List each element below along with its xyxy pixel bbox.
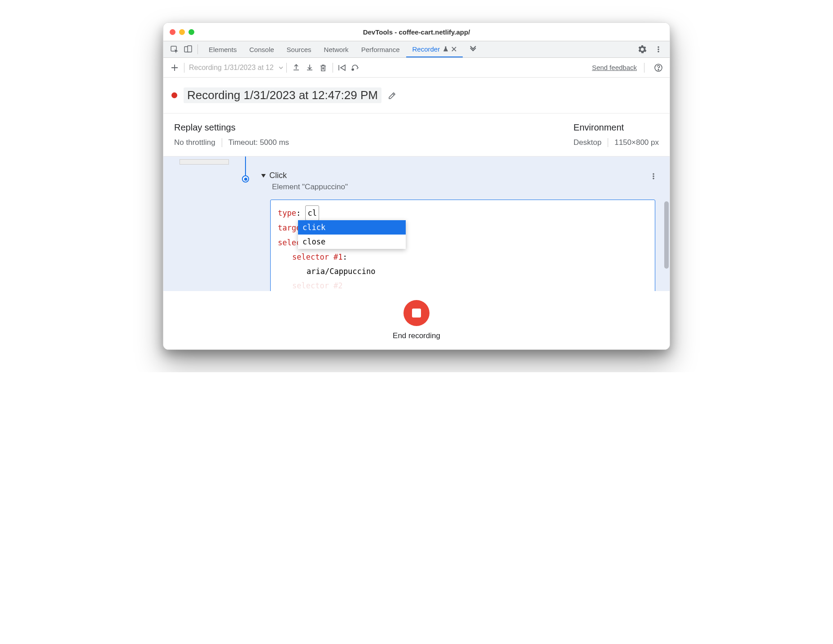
timeout-value[interactable]: Timeout: 5000 ms xyxy=(228,138,289,147)
step-area: Click Element "Cappuccino" type: cl targ… xyxy=(163,157,670,291)
tabs: Elements Console Sources Network Perform… xyxy=(202,41,480,57)
autocomplete-option-close[interactable]: close xyxy=(298,235,406,249)
tab-elements[interactable]: Elements xyxy=(202,41,243,57)
maximize-window[interactable] xyxy=(189,29,194,35)
help-icon[interactable] xyxy=(652,61,665,74)
separator xyxy=(286,63,287,73)
recorder-toolbar: Recording 1/31/2023 at 12 Send feedback xyxy=(163,58,670,78)
tab-label: Performance xyxy=(361,46,400,53)
step-subtitle: Element "Cappuccino" xyxy=(272,183,348,191)
dimensions-value[interactable]: 1150×800 px xyxy=(614,138,659,147)
send-feedback-link[interactable]: Send feedback xyxy=(592,64,637,71)
recording-title-section: Recording 1/31/2023 at 12:47:29 PM xyxy=(163,78,670,113)
gear-icon[interactable] xyxy=(636,43,649,56)
end-recording-label: End recording xyxy=(393,331,440,340)
settings-row: Replay settings No throttling Timeout: 5… xyxy=(163,113,670,157)
tab-console[interactable]: Console xyxy=(243,41,281,57)
tab-label: Network xyxy=(324,46,349,53)
step-header[interactable]: Click xyxy=(261,171,287,180)
tab-label: Elements xyxy=(209,46,237,53)
separator xyxy=(222,138,222,147)
svg-point-3 xyxy=(658,46,659,48)
selector1-key[interactable]: selector #1 xyxy=(292,252,343,261)
window-title: DevTools - coffee-cart.netlify.app/ xyxy=(163,28,670,36)
tab-label: Recorder xyxy=(412,45,440,53)
separator xyxy=(608,138,608,147)
device-toggle-icon[interactable] xyxy=(181,43,195,56)
record-indicator-icon xyxy=(171,92,177,98)
footer: End recording xyxy=(163,291,670,349)
separator xyxy=(184,63,184,73)
tab-performance[interactable]: Performance xyxy=(355,41,406,57)
autocomplete-option-click[interactable]: click xyxy=(298,220,406,235)
device-value[interactable]: Desktop xyxy=(574,138,601,147)
step-bullet[interactable] xyxy=(242,175,249,183)
caret-down-icon xyxy=(261,174,266,178)
svg-point-6 xyxy=(352,69,354,70)
separator xyxy=(644,63,644,73)
throttling-value[interactable]: No throttling xyxy=(174,138,215,147)
environment-heading: Environment xyxy=(574,122,659,133)
step-icon[interactable] xyxy=(349,61,363,74)
flask-icon xyxy=(443,46,449,52)
devtools-window: DevTools - coffee-cart.netlify.app/ Elem… xyxy=(163,22,670,350)
traffic-lights xyxy=(170,29,194,35)
tab-sources[interactable]: Sources xyxy=(281,41,318,57)
more-menu-icon[interactable] xyxy=(652,43,665,56)
export-icon[interactable] xyxy=(289,61,303,74)
tabs-right xyxy=(636,43,665,56)
tab-label: Console xyxy=(250,46,274,53)
tab-recorder[interactable]: Recorder xyxy=(406,41,463,57)
scrollbar-thumb[interactable] xyxy=(664,201,669,269)
step-more-icon[interactable] xyxy=(650,173,657,180)
titlebar: DevTools - coffee-cart.netlify.app/ xyxy=(163,23,670,41)
close-window[interactable] xyxy=(170,29,175,35)
type-value-input[interactable]: cl xyxy=(305,205,319,221)
svg-point-4 xyxy=(658,48,659,50)
inspect-icon[interactable] xyxy=(168,43,181,56)
recording-dd-label: Recording 1/31/2023 at 12 xyxy=(189,64,274,72)
selector1-value[interactable]: aria/Cappuccino xyxy=(307,267,376,276)
tab-network[interactable]: Network xyxy=(318,41,355,57)
toolbar-right: Send feedback xyxy=(592,61,665,74)
tabs-row: Elements Console Sources Network Perform… xyxy=(163,41,670,58)
replay-icon[interactable] xyxy=(336,61,349,74)
more-tabs-icon[interactable] xyxy=(466,43,480,56)
minimize-window[interactable] xyxy=(179,29,185,35)
separator xyxy=(333,63,333,73)
svg-rect-2 xyxy=(188,46,192,52)
svg-point-11 xyxy=(653,178,654,179)
delete-icon[interactable] xyxy=(316,61,330,74)
svg-point-10 xyxy=(653,175,654,177)
add-recording-icon[interactable] xyxy=(168,61,181,74)
recording-dropdown[interactable]: Recording 1/31/2023 at 12 xyxy=(189,64,284,72)
close-tab-icon[interactable] xyxy=(452,47,456,52)
type-key: type xyxy=(278,209,296,218)
separator xyxy=(197,44,198,54)
chevron-down-icon xyxy=(278,65,284,70)
import-icon[interactable] xyxy=(303,61,316,74)
svg-point-5 xyxy=(658,51,659,52)
replay-settings-heading: Replay settings xyxy=(174,122,289,133)
edit-title-icon[interactable] xyxy=(388,91,397,100)
selector2-key[interactable]: selector #2 xyxy=(292,281,343,290)
end-recording-button[interactable] xyxy=(403,300,430,326)
replay-settings: Replay settings No throttling Timeout: 5… xyxy=(174,122,289,147)
autocomplete-popup: click close xyxy=(298,220,406,249)
tab-label: Sources xyxy=(287,46,311,53)
svg-point-9 xyxy=(653,173,654,175)
environment-settings: Environment Desktop 1150×800 px xyxy=(574,122,659,147)
step-title: Click xyxy=(269,171,287,180)
recording-title[interactable]: Recording 1/31/2023 at 12:47:29 PM xyxy=(184,87,381,103)
svg-point-8 xyxy=(658,69,659,70)
step-screenshot-thumb[interactable] xyxy=(180,159,229,165)
